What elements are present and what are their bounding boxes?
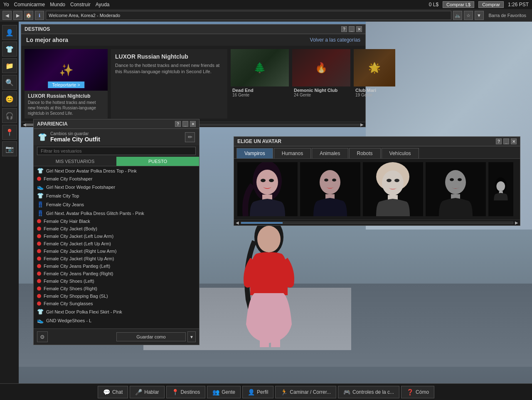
sidebar-icon-inventory[interactable]: 📁: [2, 58, 17, 73]
dead-end-item[interactable]: 🌲 Dead End 16 Gente: [231, 49, 289, 119]
destinos-nav-button[interactable]: 📍 Destinos: [166, 386, 206, 398]
sidebar-icon-map[interactable]: 📍: [2, 125, 17, 140]
ap-item[interactable]: Female City Shoes (Left): [34, 277, 199, 285]
club-mari-item[interactable]: 🌟 Club Mari 19 Gente: [354, 49, 395, 119]
sidebar-icon-voice[interactable]: 🎧: [2, 108, 17, 123]
item-name-label: Girl Next. Avatar Polka Dress Glitch Pan…: [46, 211, 144, 216]
avatar-grid: [234, 159, 520, 220]
avatar-scroll-right[interactable]: ▶: [515, 220, 518, 225]
star-button[interactable]: ☆: [464, 11, 473, 20]
top-menu-bar: Yo Comunicarme Mundo Construir Ayuda 0 L…: [0, 0, 532, 9]
scroll-left-arrow[interactable]: ◀: [23, 122, 26, 127]
como-button[interactable]: ❓ Cómo: [401, 386, 434, 398]
avatar-help-button[interactable]: ?: [496, 138, 502, 144]
ap-item[interactable]: 👟GND WedgeShoes - L: [34, 316, 199, 325]
menu-comunicarme[interactable]: Comunicarme: [14, 2, 45, 7]
scroll-right-arrow[interactable]: ▶: [360, 122, 364, 127]
destinos-minimize-button[interactable]: _: [349, 26, 355, 32]
ap-item[interactable]: Female City Footshaper: [34, 175, 199, 183]
avatar-close-button[interactable]: ✕: [511, 138, 517, 144]
avatar-card-4[interactable]: [426, 162, 486, 216]
item-type-icon: 👟: [37, 317, 44, 323]
url-input[interactable]: [46, 11, 451, 20]
demonic-name: Demonic Night Club: [294, 88, 349, 93]
tab-humanos[interactable]: Humanos: [274, 148, 311, 158]
ap-item[interactable]: Female City Jeans Pantleg (Right): [34, 270, 199, 277]
ap-item[interactable]: Female City Jacket (Left Low Arm): [34, 232, 199, 240]
sidebar-icon-search[interactable]: 🔍: [2, 75, 17, 90]
volver-button[interactable]: Volver a las categorías: [310, 37, 360, 43]
guardar-button[interactable]: Guardar como: [116, 332, 186, 341]
caminar-button[interactable]: 🏃 Caminar / Correr...: [275, 386, 336, 398]
menu-ayuda[interactable]: Ayuda: [96, 2, 110, 7]
destinos-close-button[interactable]: ✕: [356, 26, 362, 32]
home-button[interactable]: 🏠: [24, 11, 33, 20]
sidebar-icon-snapshot[interactable]: 📷: [2, 141, 17, 156]
apariencia-search-input[interactable]: [37, 147, 196, 155]
tab-robots[interactable]: Robots: [349, 148, 381, 158]
apariencia-close-button[interactable]: ✕: [190, 121, 196, 127]
perfil-button[interactable]: 👤 Perfil: [242, 386, 273, 398]
gear-button[interactable]: ⚙: [37, 331, 48, 342]
ap-item[interactable]: 👕Girl Next Door Avatar Polka Dress Top -…: [34, 166, 199, 175]
controles-button[interactable]: 🎮 Controles de la c...: [338, 386, 399, 398]
avatar-card-2[interactable]: [300, 162, 360, 216]
ap-item[interactable]: Female City Shopping Bag (SL): [34, 292, 199, 300]
svg-point-6: [256, 170, 278, 195]
bike-button[interactable]: 🚲: [453, 11, 462, 20]
menu-yo[interactable]: Yo: [3, 2, 9, 7]
forward-button[interactable]: ▶: [13, 11, 22, 20]
svg-point-20: [394, 179, 399, 182]
gente-button[interactable]: 👥 Gente: [207, 386, 241, 398]
avatar-card-5[interactable]: [488, 162, 513, 216]
apariencia-edit-button[interactable]: ✏: [185, 132, 195, 142]
ap-item[interactable]: Female City Sunglasses: [34, 300, 199, 307]
sidebar-icon-clothes[interactable]: 👕: [2, 42, 17, 57]
tab-puesto[interactable]: PUESTO: [116, 157, 199, 166]
sidebar-icon-avatar[interactable]: 👤: [2, 25, 17, 40]
ap-item[interactable]: 👟Girl Next Door Wedge Footshaper: [34, 183, 199, 191]
dropdown-button[interactable]: ▼: [475, 11, 484, 20]
tab-vampiros[interactable]: Vampiros: [236, 148, 273, 158]
avatar-card-3[interactable]: [363, 162, 423, 216]
chat-button[interactable]: 💬 Chat: [98, 386, 128, 398]
avatar-scroll-track[interactable]: [241, 222, 513, 224]
comprar-l-button[interactable]: Comprar L$: [443, 1, 474, 8]
comprar-button[interactable]: Comprar: [478, 1, 504, 8]
ap-item[interactable]: Female City Jacket (Right Low Arm): [34, 247, 199, 255]
avatar-scroll-left[interactable]: ◀: [236, 220, 239, 225]
ap-item[interactable]: Female City Shoes (Right): [34, 285, 199, 292]
ap-item[interactable]: 👕Girl Next Door Polka Flexi Skirt - Pink: [34, 307, 199, 316]
back-button[interactable]: ◀: [2, 11, 12, 20]
avatar-card-1[interactable]: [237, 162, 298, 216]
apariencia-minimize-button[interactable]: _: [182, 121, 188, 127]
info-button[interactable]: ℹ: [35, 11, 44, 20]
avatar-minimize-button[interactable]: _: [503, 138, 509, 144]
ap-item[interactable]: Female City Jeans Pantleg (Left): [34, 262, 199, 270]
hablar-button[interactable]: 🎤 Hablar: [130, 386, 164, 398]
hablar-icon: 🎤: [135, 389, 142, 395]
ap-item[interactable]: Female City Jacket (Body): [34, 225, 199, 232]
apariencia-footer: ⚙ Guardar como ▼: [34, 328, 199, 345]
destinos-help-button[interactable]: ?: [341, 26, 347, 32]
item-name-label: Female City Jacket (Left Up Arm): [44, 241, 111, 246]
tab-mis-vestuarios[interactable]: MIS VESTUARIOS: [34, 157, 116, 166]
menu-construir[interactable]: Construir: [70, 2, 91, 7]
demonic-item[interactable]: 🔥 Demonic Night Club 24 Gente: [292, 49, 350, 119]
apariencia-help-button[interactable]: ?: [175, 121, 181, 127]
ap-item[interactable]: Female City Jacket (Left Up Arm): [34, 240, 199, 247]
ap-item[interactable]: 👕Female City Top: [34, 191, 199, 200]
tab-animales[interactable]: Animales: [312, 148, 348, 158]
ap-item[interactable]: 👖Female City Jeans: [34, 200, 199, 209]
svg-rect-2: [260, 339, 269, 347]
teleport-button[interactable]: Teleportarte >: [48, 81, 84, 88]
item-dot-icon: [37, 177, 41, 181]
item-name-label: Female City Jeans: [46, 202, 84, 207]
menu-mundo[interactable]: Mundo: [50, 2, 65, 7]
ap-item[interactable]: Female City Jacket (Right Up Arm): [34, 255, 199, 262]
ap-item[interactable]: Female City Hair Black: [34, 217, 199, 225]
guardar-dropdown-button[interactable]: ▼: [187, 331, 196, 342]
tab-vehiculos[interactable]: Vehículos: [382, 148, 419, 158]
sidebar-icon-emote[interactable]: 😊: [2, 91, 17, 106]
ap-item[interactable]: 👖Girl Next. Avatar Polka Dress Glitch Pa…: [34, 209, 199, 217]
